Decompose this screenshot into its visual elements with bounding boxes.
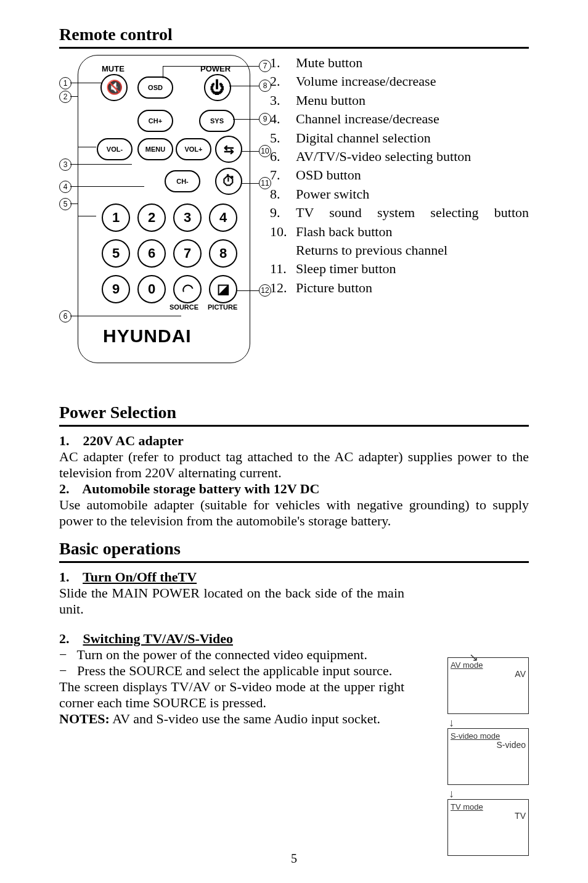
li-num: 12.: [270, 280, 287, 296]
li-text: Picture button: [296, 280, 529, 296]
power-icon: ⏻: [210, 79, 225, 96]
osd-button: OSD: [137, 76, 173, 99]
basic-b2-text: Press the SOURCE and select the applicab…: [77, 663, 392, 678]
digit-7: 7: [173, 239, 202, 268]
basic-b1: − Turn on the power of the connected vid…: [59, 647, 404, 663]
swap-button: ⇆: [215, 136, 242, 163]
basic-h1-num: 1.: [59, 569, 70, 585]
digit-3: 3: [173, 203, 202, 232]
section-power: Power Selection: [59, 403, 529, 422]
digit-4: 4: [209, 203, 237, 232]
section-remote: Remote control: [59, 25, 529, 44]
picture-icon: ◪: [217, 281, 230, 297]
li-num: [270, 242, 287, 258]
li-text: TV sound system selecting button: [296, 205, 529, 221]
li-num: 3.: [270, 92, 287, 109]
arrow-icon: ↓: [449, 717, 529, 729]
mode-diagram: ↘ AV mode AV ↓ S-video mode S-video ↓ TV…: [419, 657, 529, 856]
tv-mode-box: TV mode TV: [447, 799, 529, 856]
power-sub-2: 2. Automobile storage battery with 12V D…: [59, 481, 529, 497]
li-num: 4.: [270, 111, 287, 127]
remote-body: MUTE POWER 🔇 OSD ⏻ CH+ SYS VOL- MENU VOL…: [78, 55, 250, 363]
callout-1: 1: [59, 77, 71, 89]
feature-list: 1.Mute button 2.Volume increase/decrease…: [270, 55, 529, 298]
li-text: Mute button: [296, 55, 529, 71]
divider: [59, 425, 529, 427]
li-num: 2.: [270, 73, 287, 89]
tv-mode-title: TV mode: [451, 802, 483, 811]
brand-logo: HYUNDAI: [103, 326, 192, 347]
chminus-label: CH-: [176, 178, 189, 185]
li-text: Digital channel selection: [296, 130, 529, 146]
sleep-icon: ⏱: [222, 173, 235, 189]
menu-label: MENU: [145, 146, 165, 153]
digit-9: 9: [102, 275, 130, 303]
basic-h2-text: Switching TV/AV/S-Video: [83, 631, 233, 646]
basic-b1-text: Turn on the power of the connected video…: [77, 647, 367, 662]
chplus-label: CH+: [149, 117, 162, 125]
mute-label: MUTE: [102, 64, 125, 73]
picture-button: ◪: [209, 275, 237, 303]
li-text: Volume increase/decrease: [296, 73, 529, 89]
notes-text: AV and S-video use the same Audio input …: [110, 711, 380, 726]
notes-label: NOTES:: [59, 711, 110, 726]
digit-6: 6: [137, 239, 166, 268]
li-text: AV/TV/S-video selecting button: [296, 149, 529, 165]
source-icon: ◠: [179, 280, 196, 299]
tv-mode-value: TV: [515, 811, 526, 821]
menu-button: MENU: [137, 138, 173, 160]
sv-mode-title: S-video mode: [451, 731, 500, 741]
callout-9: 9: [259, 113, 271, 125]
basic-h2: 2. Switching TV/AV/S-Video: [59, 631, 404, 647]
callout-4: 4: [59, 181, 71, 193]
power-sub-1: 1. 220V AC adapter: [59, 433, 529, 449]
picture-label: PICTURE: [208, 303, 237, 311]
li-text: Sleep timer button: [296, 261, 529, 277]
basic-h2-num: 2.: [59, 631, 70, 646]
digit-1: 1: [102, 203, 130, 232]
page-number: 5: [0, 852, 588, 866]
callout-6: 6: [59, 310, 71, 322]
li-text: Returns to previous channel: [296, 242, 529, 258]
li-num: 8.: [270, 186, 287, 202]
av-mode-value: AV: [515, 669, 526, 679]
remote-diagram: 1 2 3 4 5 6 MUTE POWER 🔇 OSD ⏻ CH+ SYS V…: [59, 55, 265, 376]
vol-minus-button: VOL-: [97, 138, 133, 160]
divider: [59, 561, 529, 563]
vol-plus-button: VOL+: [176, 138, 211, 160]
li-num: 9.: [270, 205, 287, 221]
av-mode-box: ↘ AV mode AV: [447, 657, 529, 714]
callout-8: 8: [259, 80, 271, 92]
divider: [59, 47, 529, 49]
li-text: Power switch: [296, 186, 529, 202]
power-para-1: AC adapter (refer to product tag attache…: [59, 449, 529, 481]
li-num: 5.: [270, 130, 287, 146]
li-num: 6.: [270, 149, 287, 165]
basic-notes: NOTES: AV and S-video use the same Audio…: [59, 711, 404, 727]
basic-b2: − Press the SOURCE and select the applic…: [59, 663, 404, 679]
swap-icon: ⇆: [224, 142, 234, 157]
callout-3: 3: [59, 158, 71, 171]
digit-8: 8: [209, 239, 237, 268]
callout-5: 5: [59, 198, 71, 210]
basic-p2: The screen displays TV/AV or S-video mod…: [59, 679, 404, 711]
basic-h1-text: Turn On/Off theTV: [83, 569, 197, 585]
li-num: 10.: [270, 224, 287, 240]
power-para-2: Use automobile adapter (suitable for veh…: [59, 497, 529, 529]
sys-button: SYS: [199, 110, 235, 132]
sys-label: SYS: [210, 117, 224, 125]
top-row: 1 2 3 4 5 6 MUTE POWER 🔇 OSD ⏻ CH+ SYS V…: [59, 55, 529, 376]
li-num: 1.: [270, 55, 287, 71]
digit-2: 2: [137, 203, 166, 232]
li-num: 7.: [270, 167, 287, 183]
li-text: Channel increase/decrease: [296, 111, 529, 127]
svideo-mode-box: S-video mode S-video: [447, 728, 529, 785]
source-button: ◠: [173, 275, 202, 303]
ch-minus-button: CH-: [165, 170, 200, 192]
osd-label: OSD: [148, 84, 163, 91]
mute-button: 🔇: [100, 74, 128, 101]
digit-5: 5: [102, 239, 130, 268]
sleep-button: ⏱: [215, 168, 242, 195]
li-num: 11.: [270, 261, 287, 277]
callout-7: 7: [259, 60, 271, 72]
